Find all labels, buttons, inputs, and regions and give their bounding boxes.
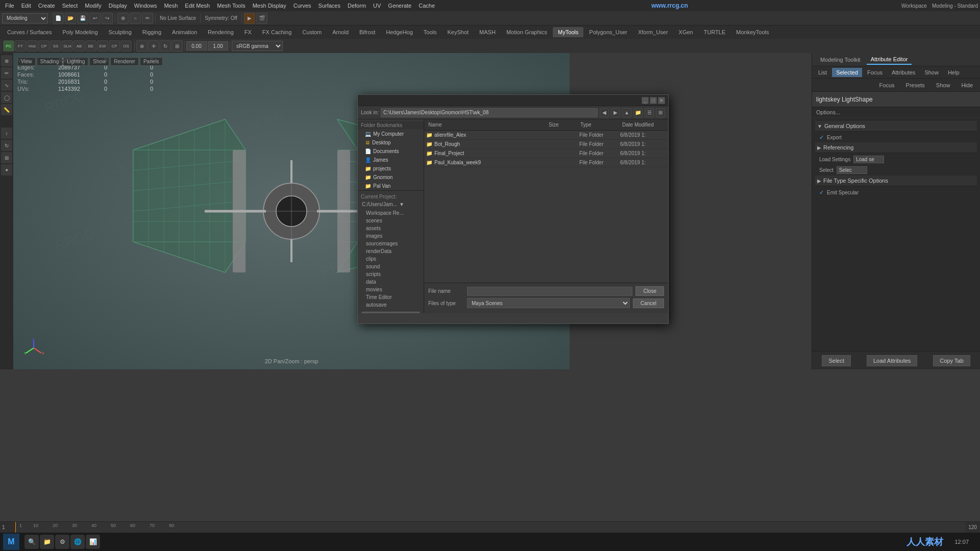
move-icon[interactable]: ↕	[1, 128, 12, 139]
col-type-header[interactable]: Type	[578, 122, 619, 128]
menu-surfaces[interactable]: Surfaces	[315, 2, 344, 10]
col-name-header[interactable]: Name	[426, 122, 546, 128]
dialog-minimize[interactable]: _	[642, 97, 649, 104]
proj-time-editor[interactable]: Time Editor	[358, 293, 424, 301]
proj-images[interactable]: images	[358, 232, 424, 240]
file-type-specific-header[interactable]: ▶ File Type Specific Options	[815, 176, 977, 186]
tab-rendering[interactable]: Rendering	[203, 27, 239, 37]
proj-assets[interactable]: assets	[358, 224, 424, 232]
lighting-btn[interactable]: Lighting	[63, 57, 88, 66]
icon-ss[interactable]: SS	[50, 40, 61, 52]
proj-clips[interactable]: clips	[358, 255, 424, 263]
col-size-header[interactable]: Size	[547, 122, 577, 128]
taskbar-icon-2[interactable]: 📁	[40, 535, 54, 549]
time-input[interactable]	[186, 41, 207, 51]
dialog-maximize[interactable]: □	[650, 97, 657, 104]
taskbar-icon-5[interactable]: 📊	[86, 535, 100, 549]
tab-curves-surfaces[interactable]: Curves / Surfaces	[2, 27, 57, 37]
tab-rigging[interactable]: Rigging	[137, 27, 166, 37]
icon-ab[interactable]: AB	[74, 40, 85, 52]
project-path-arrow[interactable]: ▼	[399, 202, 404, 207]
proj-autosave[interactable]: autosave	[358, 301, 424, 309]
renderer-btn[interactable]: Renderer	[110, 57, 139, 66]
menu-modify[interactable]: Modify	[82, 2, 104, 10]
select-button[interactable]: Select	[822, 355, 851, 366]
tab-mash[interactable]: MASH	[474, 27, 501, 37]
bookmark-documents[interactable]: 📄 Documents	[358, 147, 424, 156]
tb-select[interactable]: ⊕	[117, 13, 129, 24]
load-attributes-button[interactable]: Load Attributes	[867, 355, 917, 366]
dialog-close[interactable]: ✕	[658, 97, 665, 104]
proj-scenes[interactable]: scenes	[358, 217, 424, 224]
selected-tab[interactable]: Selected	[832, 68, 862, 77]
bookmark-gnomon[interactable]: 📁 Gnomon	[358, 173, 424, 182]
file-name-input[interactable]	[467, 287, 632, 296]
file-row-1[interactable]: 📁 Bot_Rough File Folder 6/8/2019 1:	[424, 140, 668, 149]
proj-scripts[interactable]: scripts	[358, 270, 424, 278]
tab-sculpting[interactable]: Sculpting	[104, 27, 137, 37]
tb-rotate-tool[interactable]: ↻	[160, 40, 171, 52]
attribute-editor-tab[interactable]: Attribute Editor	[867, 55, 912, 65]
icon-cp[interactable]: CP	[38, 40, 50, 52]
load-settings-input[interactable]	[853, 156, 884, 163]
tab-custom[interactable]: Custom	[297, 27, 327, 37]
tb-open[interactable]: 📂	[65, 13, 76, 24]
hide-btn[interactable]: Hide	[957, 81, 977, 90]
file-list[interactable]: 📁 alienrfile_Alex File Folder 6/8/2019 1…	[424, 131, 668, 283]
general-options-header[interactable]: ▼ General Options	[815, 121, 977, 132]
tab-arnold[interactable]: Arnold	[327, 27, 354, 37]
copy-tab-button[interactable]: Copy Tab	[933, 355, 970, 366]
menu-display[interactable]: Display	[106, 2, 130, 10]
select-input[interactable]	[837, 166, 867, 174]
show-tab[interactable]: Show	[920, 68, 943, 77]
menu-deform[interactable]: Deform	[345, 2, 369, 10]
menu-mesh-tools[interactable]: Mesh Tools	[214, 2, 248, 10]
tab-turtle[interactable]: TURTLE	[699, 27, 731, 37]
menu-edit-mesh[interactable]: Edit Mesh	[182, 2, 213, 10]
col-date-header[interactable]: Date Modified	[620, 122, 666, 128]
tab-polygons-user[interactable]: Polygons_User	[584, 27, 632, 37]
taskbar-icon-4[interactable]: 🌐	[70, 535, 85, 549]
menu-mesh[interactable]: Mesh	[161, 2, 181, 10]
help-tab[interactable]: Help	[944, 68, 964, 77]
maya-logo[interactable]: M	[3, 534, 19, 550]
focus-btn[interactable]: Focus	[875, 81, 899, 90]
icon-slh[interactable]: SLH	[62, 40, 73, 52]
icon-cp2[interactable]: CP	[109, 40, 120, 52]
tab-mytools[interactable]: MyTools	[553, 27, 583, 37]
sculpt-icon[interactable]: ◯	[1, 92, 12, 103]
icon-pc[interactable]: PC	[3, 40, 14, 52]
icon-os[interactable]: OS	[120, 40, 132, 52]
tab-keyshot[interactable]: KeyShot	[443, 27, 474, 37]
modeling-toolkit-tab[interactable]: Modeling Toolkit	[816, 55, 865, 64]
tab-fx-caching[interactable]: FX Caching	[257, 27, 297, 37]
shading-btn[interactable]: Shading	[37, 57, 63, 66]
curve-tool-icon[interactable]: ∿	[1, 80, 12, 91]
tb-paint[interactable]: ✏	[142, 13, 153, 24]
file-row-3[interactable]: 📁 Paul_Kubala_week9 File Folder 6/8/2019…	[424, 158, 668, 167]
measure-icon[interactable]: 📏	[1, 104, 12, 115]
proj-data[interactable]: data	[358, 278, 424, 286]
menu-generate[interactable]: Generate	[385, 2, 414, 10]
cancel-dialog-button[interactable]: Cancel	[633, 298, 664, 308]
presets-btn[interactable]: Presets	[902, 81, 929, 90]
universal-icon[interactable]: ✦	[1, 164, 12, 176]
select-tool-icon[interactable]: ⊕	[1, 55, 12, 66]
tab-monkey-tools[interactable]: MonkeyTools	[731, 27, 774, 37]
tab-animation[interactable]: Animation	[167, 27, 202, 37]
menu-select[interactable]: Select	[59, 2, 81, 10]
tab-bifrost[interactable]: Bifrost	[354, 27, 380, 37]
view-list-icon[interactable]: ☰	[645, 108, 654, 117]
focus-tab[interactable]: Focus	[863, 68, 887, 77]
nav-forward-icon[interactable]: ▶	[611, 108, 620, 117]
tb-move-tool[interactable]: ✛	[148, 40, 159, 52]
paint-tool-icon[interactable]: ✏	[1, 67, 12, 79]
referencing-header[interactable]: ▶ Referencing	[815, 142, 977, 153]
timeline-scrub[interactable]: 1 10 20 30 40 50 60 70 80	[15, 522, 965, 533]
file-row-2[interactable]: 📁 Final_Project File Folder 6/8/2019 1:	[424, 149, 668, 158]
attributes-tab[interactable]: Attributes	[888, 68, 919, 77]
show-attr-btn[interactable]: Show	[932, 81, 954, 90]
tb-redo[interactable]: ↪	[102, 13, 113, 24]
icon-ft[interactable]: FT	[15, 40, 26, 52]
bookmark-my-computer[interactable]: 💻 My Computer	[358, 130, 424, 138]
